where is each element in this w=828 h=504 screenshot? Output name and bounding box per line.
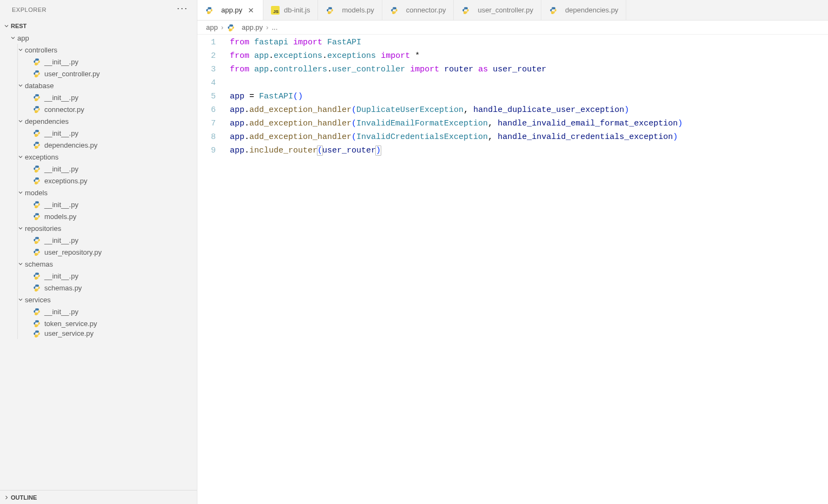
- folder-label: exceptions: [25, 153, 58, 161]
- editor-tab[interactable]: dependencies.py: [541, 0, 626, 20]
- section-header-outline[interactable]: OUTLINE: [0, 490, 197, 504]
- editor-tab[interactable]: app.py: [197, 0, 263, 20]
- breadcrumb-separator-icon: ›: [221, 23, 223, 31]
- line-number: 1: [197, 36, 216, 49]
- file-label: __init__.py: [44, 94, 78, 102]
- token: user_router: [322, 146, 376, 155]
- file-row[interactable]: user_controller.py: [0, 68, 197, 79]
- editor-tab[interactable]: models.py: [318, 0, 382, 20]
- folder-row[interactable]: models: [0, 187, 197, 198]
- editor-tab[interactable]: connector.py: [382, 0, 454, 20]
- file-row[interactable]: token_service.py: [0, 317, 197, 329]
- folder-row[interactable]: exceptions: [0, 151, 197, 163]
- chevron-down-icon: [16, 260, 25, 268]
- chevron-down-icon: [16, 295, 25, 304]
- breadcrumb-part[interactable]: ...: [271, 23, 277, 31]
- section-title-rest: REST: [11, 23, 27, 29]
- python-icon: [32, 105, 41, 114]
- code-line[interactable]: from app.exceptions.exceptions import *: [230, 49, 828, 63]
- token: handle_invalid_credentials_exception: [498, 132, 673, 142]
- token: InvalidCredentialsException: [356, 132, 488, 142]
- folder-row[interactable]: repositories: [0, 222, 197, 234]
- file-row[interactable]: user_service.py: [0, 329, 197, 339]
- token: .: [244, 105, 249, 115]
- breadcrumb[interactable]: app›app.py›...: [197, 21, 828, 35]
- token: ,: [488, 132, 498, 142]
- file-row[interactable]: exceptions.py: [0, 175, 197, 187]
- section-header-rest[interactable]: REST: [0, 20, 197, 32]
- breadcrumb-part[interactable]: app.py: [242, 23, 263, 31]
- file-label: __init__.py: [44, 129, 78, 137]
- file-row[interactable]: schemas.py: [0, 282, 197, 294]
- file-row[interactable]: __init__.py: [0, 163, 197, 175]
- python-icon: [32, 69, 41, 78]
- code-line[interactable]: app.add_exception_handler(InvalidEmailFo…: [230, 117, 828, 130]
- token: *: [415, 51, 420, 61]
- python-icon: [227, 23, 235, 32]
- explorer-more-icon[interactable]: ···: [177, 3, 188, 16]
- editor-tab[interactable]: JSdb-init.js: [263, 0, 318, 20]
- line-number: 3: [197, 63, 216, 76]
- file-row[interactable]: __init__.py: [0, 306, 197, 317]
- line-number: 8: [197, 130, 216, 144]
- file-row[interactable]: __init__.py: [0, 127, 197, 139]
- token: include_router: [249, 146, 317, 155]
- code-content[interactable]: from fastapi import FastAPIfrom app.exce…: [230, 36, 828, 504]
- folder-row[interactable]: dependencies: [0, 115, 197, 127]
- code-line[interactable]: app.add_exception_handler(DuplicateUserE…: [230, 103, 828, 117]
- folder-row[interactable]: database: [0, 79, 197, 91]
- file-row[interactable]: __init__.py: [0, 270, 197, 282]
- code-line[interactable]: [230, 76, 828, 90]
- editor-main: app.pyJSdb-init.jsmodels.pyconnector.pyu…: [197, 0, 828, 504]
- explorer-sidebar: EXPLORER ··· REST appcontrollers__init__…: [0, 0, 197, 504]
- folder-row[interactable]: services: [0, 294, 197, 306]
- close-icon[interactable]: [247, 6, 255, 15]
- line-number: 4: [197, 76, 216, 90]
- folder-row[interactable]: schemas: [0, 258, 197, 270]
- folder-label: services: [25, 296, 51, 304]
- explorer-tree[interactable]: REST appcontrollers__init__.pyuser_contr…: [0, 19, 197, 490]
- python-icon: [32, 164, 41, 173]
- code-line[interactable]: app.add_exception_handler(InvalidCredent…: [230, 130, 828, 144]
- code-line[interactable]: app.include_router(user_router): [230, 144, 828, 157]
- python-icon: [32, 319, 41, 328]
- python-icon: [32, 141, 41, 149]
- file-label: __init__.py: [44, 58, 78, 66]
- code-line[interactable]: app = FastAPI(): [230, 90, 828, 103]
- file-row[interactable]: __init__.py: [0, 198, 197, 210]
- file-label: user_repository.py: [44, 248, 102, 256]
- explorer-header: EXPLORER ···: [0, 0, 197, 19]
- file-row[interactable]: __init__.py: [0, 234, 197, 246]
- token: exceptions: [327, 51, 376, 61]
- code-editor[interactable]: 123456789 from fastapi import FastAPIfro…: [197, 35, 828, 504]
- token: ): [624, 105, 629, 115]
- file-label: user_controller.py: [44, 70, 100, 78]
- token: add_exception_handler: [249, 105, 352, 115]
- token: =: [244, 92, 259, 101]
- python-icon: [32, 57, 41, 66]
- token: user_controller: [332, 65, 405, 74]
- folder-row[interactable]: app: [0, 32, 197, 44]
- editor-tab[interactable]: user_controller.py: [454, 0, 541, 20]
- file-row[interactable]: user_repository.py: [0, 246, 197, 258]
- file-row[interactable]: __init__.py: [0, 56, 197, 68]
- breadcrumb-part[interactable]: app: [206, 23, 218, 31]
- folder-row[interactable]: controllers: [0, 44, 197, 56]
- file-row[interactable]: models.py: [0, 210, 197, 222]
- code-line[interactable]: from fastapi import FastAPI: [230, 36, 828, 49]
- token: .: [327, 65, 332, 74]
- file-row[interactable]: __init__.py: [0, 91, 197, 103]
- token: add_exception_handler: [249, 132, 352, 142]
- file-row[interactable]: dependencies.py: [0, 139, 197, 151]
- token: ): [678, 119, 683, 128]
- code-line[interactable]: from app.controllers.user_controller imp…: [230, 63, 828, 76]
- tree-body: appcontrollers__init__.pyuser_controller…: [0, 32, 197, 339]
- chevron-down-icon: [2, 22, 11, 30]
- chevron-down-icon: [9, 34, 17, 42]
- token: [488, 65, 493, 74]
- file-label: token_service.py: [44, 320, 97, 328]
- line-number: 7: [197, 117, 216, 130]
- file-row[interactable]: connector.py: [0, 103, 197, 115]
- js-icon: JS: [271, 6, 280, 15]
- python-icon: [549, 6, 558, 15]
